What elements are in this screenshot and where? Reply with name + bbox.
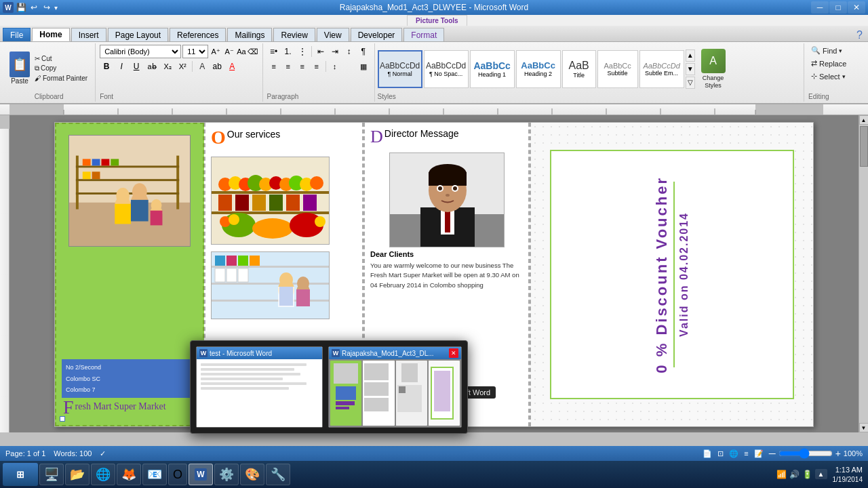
zoom-slider[interactable] [778,448,833,459]
qa-more-btn[interactable]: ▾ [54,4,58,12]
sel-handle-bl[interactable] [60,416,65,422]
tab-home[interactable]: Home [32,28,69,41]
style-subtle-em[interactable]: AaBbCcDd Subtle Em... [639,50,684,88]
bold-btn[interactable]: B [100,60,113,73]
font-family-select[interactable]: Calibri (Body) [100,45,181,58]
tray-show-desktop[interactable]: ▲ [815,469,827,479]
font-size-select[interactable]: 11 [182,45,208,58]
decrease-indent-btn[interactable]: ⇤ [314,45,328,58]
save-qa-btn[interactable]: 💾 [16,2,26,13]
superscript-btn[interactable]: X² [176,60,189,73]
taskbar-btn-ie[interactable]: 🌐 [91,464,115,485]
change-case-btn[interactable]: Aa [237,47,245,56]
taskbar-btn-explorer[interactable]: 🖥️ [39,464,64,485]
clear-format-btn[interactable]: ⌫ [248,47,258,56]
view-fullscreen-btn[interactable]: ⊡ [717,449,724,458]
align-center-btn[interactable]: ≡ [281,60,295,73]
tab-page-layout[interactable]: Page Layout [108,28,168,41]
popup-close-btn[interactable]: ✕ [449,348,458,358]
scroll-up-btn[interactable]: ▲ [859,115,869,125]
taskbar-btn-firefox[interactable]: 🦊 [117,464,141,485]
taskbar-btn-files[interactable]: 📂 [65,464,90,485]
tab-mailings[interactable]: Mailings [227,28,272,41]
font-size-decrease-btn[interactable]: A⁻ [223,45,235,58]
multilevel-btn[interactable]: ⋮ [296,45,309,58]
paste-btn[interactable]: 📋 Paste [8,50,31,86]
highlight-btn[interactable]: ab [210,60,224,73]
underline-btn[interactable]: U [130,60,143,73]
view-print-btn[interactable]: 📄 [703,449,712,458]
text-effects-btn[interactable]: A [195,60,209,73]
zoom-out-btn[interactable]: ─ [769,448,776,459]
svg-rect-25 [101,159,109,166]
close-btn[interactable]: ✕ [848,1,865,14]
select-btn[interactable]: ⊹ Select▾ [808,70,861,82]
popup-brochure-col2 [363,361,394,426]
styles-scroll-up[interactable]: ▲ [686,49,695,62]
style-subtitle[interactable]: AaBbCc Subtitle [597,50,638,88]
vertical-scrollbar[interactable]: ▲ ▼ [859,115,868,432]
popup-window-test[interactable]: W test - Microsoft Word [196,346,323,428]
change-styles-btn[interactable]: A ChangeStyles [696,46,730,92]
tab-file[interactable]: File [3,28,31,41]
minimize-btn[interactable]: ─ [811,1,829,14]
popup-window-brochure[interactable]: W Rajapaksha_Mod1_Act3_DL... ✕ [328,346,462,428]
ribbon-help[interactable]: ? [851,29,868,41]
svg-rect-80 [278,287,294,307]
style-title[interactable]: AaB Title [562,50,596,88]
find-btn[interactable]: 🔍 Find▾ [808,45,861,56]
style-normal[interactable]: AaBbCcDd ¶ Normal [378,50,422,88]
font-size-increase-btn[interactable]: A⁺ [210,45,222,58]
sort-btn[interactable]: ↕ [342,45,356,58]
cut-btn[interactable]: ✂ Cut [33,54,90,63]
scroll-down-btn[interactable]: ▼ [859,423,869,432]
replace-btn[interactable]: ⇄ Replace [808,58,861,69]
zoom-in-btn[interactable]: + [835,448,841,459]
redo-qa-btn[interactable]: ↪ [41,2,52,13]
taskbar-btn-photoshop[interactable]: 🎨 [240,464,264,485]
line-spacing-btn[interactable]: ↕ [328,60,342,73]
styles-expand[interactable]: ▽ [686,77,695,89]
tab-insert[interactable]: Insert [71,28,106,41]
view-outline-btn[interactable]: ≡ [744,449,748,458]
bullets-btn[interactable]: ≡• [267,45,281,58]
spell-check-icon[interactable]: ✓ [100,449,106,458]
tab-format[interactable]: Format [403,28,444,41]
scroll-thumb[interactable] [860,126,868,167]
taskbar-btn-word[interactable]: W [189,464,213,485]
tab-developer[interactable]: Developer [351,28,403,41]
increase-indent-btn[interactable]: ⇥ [328,45,342,58]
view-web-btn[interactable]: 🌐 [729,449,738,458]
maximize-btn[interactable]: □ [829,1,847,14]
tab-review[interactable]: Review [273,28,315,41]
taskbar: ⊞ 🖥️ 📂 🌐 🦊 📧 O W ⚙️ 🎨 🔧 📶 🔊 🔋 ▲ 1:13 AM … [0,461,868,488]
taskbar-btn-outlook[interactable]: 📧 [142,464,167,485]
align-right-btn[interactable]: ≡ [296,60,309,73]
taskbar-btn-opera[interactable]: O [168,464,187,485]
show-hide-btn[interactable]: ¶ [357,45,370,58]
borders-btn[interactable]: ▦ [357,60,370,73]
align-left-btn[interactable]: ≡ [267,60,281,73]
strikethrough-btn[interactable]: ab̶ [144,60,159,73]
justify-btn[interactable]: ≡ [310,60,323,73]
director-body-text: You are warmly welcome to our new busine… [370,261,523,290]
copy-btn[interactable]: ⧉ Copy [33,64,90,73]
style-heading1[interactable]: AaBbCc Heading 1 [470,50,515,88]
style-heading2[interactable]: AaBbCc Heading 2 [516,50,561,88]
taskbar-btn-tool2[interactable]: 🔧 [266,464,290,485]
undo-qa-btn[interactable]: ↩ [28,2,39,13]
view-draft-btn[interactable]: 📝 [754,449,764,458]
italic-btn[interactable]: I [115,60,128,73]
taskbar-btn-tool1[interactable]: ⚙️ [214,464,239,485]
styles-scroll-down[interactable]: ▼ [686,63,695,75]
start-button[interactable]: ⊞ [3,463,38,486]
subscript-btn[interactable]: X₂ [161,60,174,73]
font-color-btn[interactable]: A [225,60,239,73]
numbering-btn[interactable]: 1. [281,45,295,58]
shading-btn[interactable] [342,60,356,73]
clipboard-group: 📋 Paste ✂ Cut ⧉ Copy 🖌 Format Painter Cl… [3,43,96,102]
tab-references[interactable]: References [170,28,226,41]
tab-view[interactable]: View [317,28,349,41]
format-painter-btn[interactable]: 🖌 Format Painter [33,74,90,83]
style-no-spacing[interactable]: AaBbCcDd ¶ No Spac... [424,50,469,88]
